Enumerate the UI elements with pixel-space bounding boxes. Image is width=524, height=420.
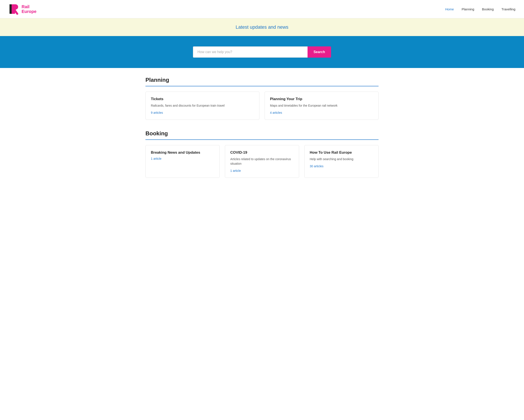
card-tickets-title: Tickets: [151, 97, 254, 101]
search-section: Search: [0, 36, 524, 68]
planning-divider: [145, 86, 379, 86]
main-content: Planning Tickets Railcards, fares and di…: [132, 68, 392, 197]
card-planning-trip-articles: 4 articles: [270, 111, 373, 114]
search-button[interactable]: Search: [307, 46, 331, 58]
logo[interactable]: Rail Europe: [9, 3, 36, 15]
booking-cards-grid: Breaking News and Updates 1 article COVI…: [145, 145, 379, 178]
card-planning-trip-title: Planning Your Trip: [270, 97, 373, 101]
card-tickets[interactable]: Tickets Railcards, fares and discounts f…: [145, 92, 259, 120]
card-planning-trip-description: Maps and timetables for the European rai…: [270, 103, 373, 108]
planning-cards-grid: Tickets Railcards, fares and discounts f…: [145, 92, 379, 120]
card-covid-title: COVID-19: [230, 150, 294, 155]
search-bar: Search: [193, 46, 331, 58]
card-tickets-description: Railcards, fares and discounts for Europ…: [151, 103, 254, 108]
header: Rail Europe Home Planning Booking Travel…: [0, 0, 524, 18]
card-covid-description: Articles related to updates on the coron…: [230, 157, 294, 166]
card-tickets-articles: 9 articles: [151, 111, 254, 114]
nav-home[interactable]: Home: [445, 7, 454, 11]
nav-travelling[interactable]: Travelling: [502, 7, 515, 11]
banner: Latest updates and news: [0, 18, 524, 36]
nav-booking[interactable]: Booking: [482, 7, 494, 11]
logo-text: Rail Europe: [22, 4, 36, 14]
search-input[interactable]: [193, 46, 307, 58]
card-breaking-news-articles: 1 article: [151, 157, 214, 160]
card-how-to-use-articles: 30 articles: [310, 165, 373, 168]
card-how-to-use-title: How To Use Rail Europe: [310, 150, 373, 155]
booking-divider: [145, 140, 379, 140]
card-breaking-news[interactable]: Breaking News and Updates 1 article: [145, 145, 220, 178]
banner-text: Latest updates and news: [236, 24, 288, 30]
planning-section-title: Planning: [145, 77, 379, 83]
card-how-to-use[interactable]: How To Use Rail Europe Help with searchi…: [304, 145, 379, 178]
booking-section: Booking Breaking News and Updates 1 arti…: [145, 130, 379, 178]
card-covid[interactable]: COVID-19 Articles related to updates on …: [225, 145, 299, 178]
card-how-to-use-description: Help with searching and booking: [310, 157, 373, 161]
card-covid-articles: 1 article: [230, 169, 294, 172]
planning-section: Planning Tickets Railcards, fares and di…: [145, 77, 379, 120]
card-breaking-news-title: Breaking News and Updates: [151, 150, 214, 155]
booking-section-title: Booking: [145, 130, 379, 137]
logo-icon: [9, 3, 20, 15]
nav-planning[interactable]: Planning: [462, 7, 474, 11]
card-planning-trip[interactable]: Planning Your Trip Maps and timetables f…: [265, 92, 379, 120]
main-nav: Home Planning Booking Travelling: [445, 7, 515, 11]
